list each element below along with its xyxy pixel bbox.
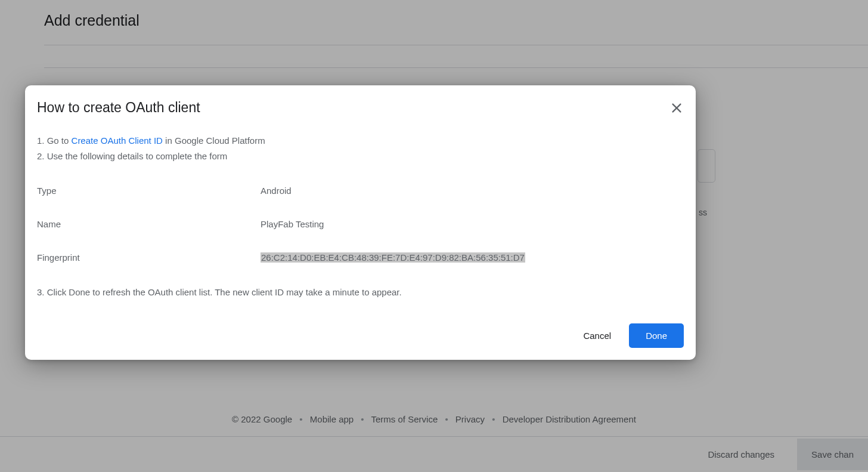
step-2: 2. Use the following details to complete… <box>37 149 684 163</box>
name-label: Name <box>37 217 261 232</box>
create-oauth-link[interactable]: Create OAuth Client ID <box>72 135 163 146</box>
dialog-title: How to create OAuth client <box>37 100 200 116</box>
step-3: 3. Click Done to refresh the OAuth clien… <box>37 285 684 300</box>
dialog-actions: Cancel Done <box>37 323 684 348</box>
fingerprint-highlighted-text[interactable]: 26:C2:14:D0:EB:E4:CB:48:39:FE:7D:E4:97:D… <box>261 252 525 263</box>
fingerprint-label: Fingerprint <box>37 251 261 265</box>
step-1-prefix: 1. Go to <box>37 135 72 146</box>
dialog-header: How to create OAuth client <box>37 100 684 116</box>
cancel-button[interactable]: Cancel <box>572 323 622 348</box>
detail-row-type: Type Android <box>37 184 684 198</box>
details-table: Type Android Name PlayFab Testing Finger… <box>37 184 684 265</box>
type-label: Type <box>37 184 261 198</box>
fingerprint-value: 26:C2:14:D0:EB:E4:CB:48:39:FE:7D:E4:97:D… <box>261 251 525 265</box>
oauth-client-dialog: How to create OAuth client 1. Go to Crea… <box>25 85 696 360</box>
done-button[interactable]: Done <box>629 323 684 348</box>
close-icon[interactable] <box>669 101 684 115</box>
detail-row-name: Name PlayFab Testing <box>37 217 684 232</box>
detail-row-fingerprint: Fingerprint 26:C2:14:D0:EB:E4:CB:48:39:F… <box>37 251 684 265</box>
step-1: 1. Go to Create OAuth Client ID in Googl… <box>37 134 684 148</box>
dialog-body: 1. Go to Create OAuth Client ID in Googl… <box>37 134 684 300</box>
name-value: PlayFab Testing <box>261 217 324 232</box>
step-1-suffix: in Google Cloud Platform <box>163 135 265 146</box>
type-value: Android <box>261 184 292 198</box>
